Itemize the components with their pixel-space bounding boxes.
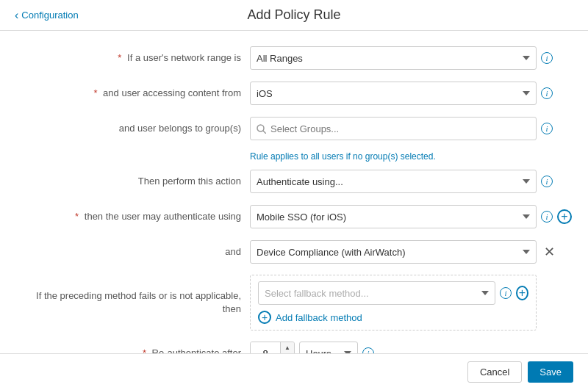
action-info-icon[interactable]: i (541, 176, 553, 187)
reauth-label: * Re-authenticate after (22, 347, 250, 353)
reauth-unit-select[interactable]: Hours Days Weeks (299, 342, 358, 353)
groups-search-box[interactable] (250, 117, 537, 140)
auth-method-info-icon[interactable]: i (541, 211, 553, 223)
groups-control: i (250, 117, 566, 140)
save-button[interactable]: Save (528, 361, 573, 383)
reauth-control: ▲ ▼ Hours Days Weeks i (250, 342, 566, 353)
fallback-select[interactable]: Select fallback method... (258, 281, 495, 305)
fallback-add-button[interactable]: + (516, 286, 528, 300)
fallback-row: If the preceding method fails or is not … (22, 275, 566, 331)
auth-method-control: Mobile SSO (for iOS) i + (250, 205, 572, 228)
add-fallback-method-button[interactable]: + Add fallback method (251, 305, 536, 330)
auth-method-add-button[interactable]: + (557, 209, 572, 224)
fallback-select-row: Select fallback method... i + (251, 275, 536, 305)
network-range-control: All Ranges i (250, 46, 566, 70)
groups-hint: Rule applies to all users if no group(s)… (250, 151, 566, 162)
page-header: Configuration Add Policy Rule (0, 0, 588, 31)
required-star-4: * (143, 347, 146, 353)
groups-search-input[interactable] (270, 123, 530, 134)
action-label: Then perform this action (22, 175, 250, 188)
content-from-row: * and user accessing content from iOS i (22, 81, 566, 106)
reauth-increment-button[interactable]: ▲ (281, 342, 294, 353)
reauth-number-input-wrap: ▲ ▼ (250, 342, 295, 353)
cancel-button[interactable]: Cancel (467, 361, 522, 383)
fallback-info-icon[interactable]: i (500, 287, 512, 299)
required-star-3: * (75, 211, 79, 222)
form-content: * If a user's network range is All Range… (0, 31, 588, 353)
reauth-number-input[interactable] (251, 342, 280, 353)
back-label: Configuration (21, 10, 78, 21)
svg-line-1 (263, 131, 266, 134)
network-range-row: * If a user's network range is All Range… (22, 46, 566, 71)
action-control: Authenticate using... i (250, 170, 566, 193)
fallback-control: Select fallback method... i + + Add fall… (250, 275, 566, 331)
device-compliance-row: and Device Compliance (with AirWatch) ✕ (22, 239, 566, 264)
content-from-select[interactable]: iOS (250, 82, 537, 105)
network-range-select[interactable]: All Ranges (250, 46, 537, 70)
auth-method-select[interactable]: Mobile SSO (for iOS) (250, 205, 537, 228)
search-icon (257, 124, 266, 134)
content-from-info-icon[interactable]: i (541, 87, 553, 99)
page-footer: Cancel Save (0, 353, 588, 390)
groups-row: and user belongs to group(s) i (22, 116, 566, 141)
add-fallback-label: Add fallback method (276, 312, 362, 323)
groups-label: and user belongs to group(s) (22, 122, 250, 135)
auth-method-label: * then the user may authenticate using (22, 210, 250, 223)
page-title: Add Policy Rule (247, 7, 340, 23)
required-star: * (118, 52, 121, 63)
groups-info-icon[interactable]: i (541, 123, 553, 134)
action-select[interactable]: Authenticate using... (250, 170, 537, 193)
device-compliance-control: Device Compliance (with AirWatch) ✕ (250, 240, 566, 264)
auth-method-row: * then the user may authenticate using M… (22, 204, 566, 229)
add-fallback-circle-icon: + (258, 311, 271, 324)
device-compliance-select[interactable]: Device Compliance (with AirWatch) (250, 240, 537, 264)
network-range-label: * If a user's network range is (22, 51, 250, 65)
fallback-label: If the preceding method fails or is not … (22, 289, 250, 316)
fallback-box: Select fallback method... i + + Add fall… (250, 275, 537, 331)
back-link[interactable]: Configuration (15, 9, 79, 22)
reauth-row: * Re-authenticate after ▲ ▼ Hours Days W… (22, 341, 566, 353)
reauth-spinners: ▲ ▼ (280, 342, 294, 353)
reauth-info-icon[interactable]: i (362, 347, 374, 353)
device-compliance-label: and (22, 245, 250, 259)
device-compliance-remove-button[interactable]: ✕ (541, 244, 558, 260)
content-from-control: iOS i (250, 82, 566, 105)
action-row: Then perform this action Authenticate us… (22, 169, 566, 194)
required-star-2: * (93, 87, 97, 98)
content-from-label: * and user accessing content from (22, 87, 250, 100)
network-range-info-icon[interactable]: i (541, 52, 553, 64)
